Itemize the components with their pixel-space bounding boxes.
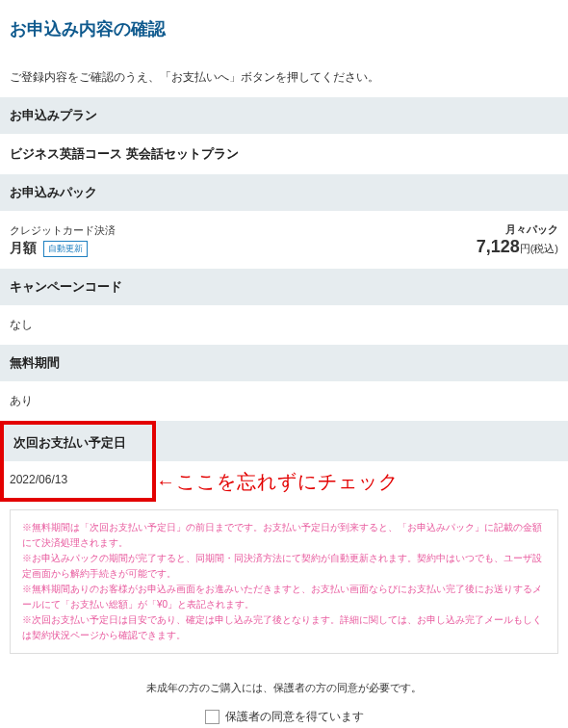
instruction-text: ご登録内容をご確認のうえ、「お支払いへ」ボタンを押してください。 <box>0 52 568 97</box>
next-payment-highlight: 次回お支払い予定日 2022/06/13 ←ここを忘れずにチェック <box>0 421 568 502</box>
guardian-consent-checkbox[interactable] <box>205 710 219 724</box>
guardian-consent-row: 保護者の同意を得ています <box>10 709 558 725</box>
note-line: ※次回お支払い予定日は目安であり、確定は申し込み完了後となります。詳細に関しては… <box>22 612 546 643</box>
guardian-consent-label: 保護者の同意を得ています <box>225 709 364 725</box>
auto-renew-badge: 自動更新 <box>43 241 88 257</box>
monthly-label: 月額 <box>10 240 37 257</box>
note-line: ※お申込みパックの期間が完了すると、同期間・同決済方法にて契約が自動更新されます… <box>22 551 546 582</box>
pack-right: 月々パック 7,128円(税込) <box>477 222 558 257</box>
consent-section: 未成年の方のご購入には、保護者の方の同意が必要です。 保護者の同意を得ています … <box>0 667 568 728</box>
price-amount: 7,128 <box>477 237 520 256</box>
note-line: ※無料期間ありのお客様がお申込み画面をお進みいただきますと、お支払い画面ならびに… <box>22 582 546 612</box>
next-payment-value: 2022/06/13 <box>0 461 156 502</box>
section-header-plan: お申込みプラン <box>0 97 568 134</box>
section-header-next-payment-ext <box>156 421 568 461</box>
payment-method: クレジットカード決済 <box>10 223 116 238</box>
plan-name: ビジネス英語コース 英会話セットプラン <box>10 146 239 161</box>
section-header-free-period: 無料期間 <box>0 345 568 381</box>
notes-box: ※無料期間は「次回お支払い予定日」の前日までです。お支払い予定日が到来すると、「… <box>10 509 558 654</box>
plan-value: ビジネス英語コース 英会話セットプラン <box>0 134 568 174</box>
page-title: お申込み内容の確認 <box>0 0 568 52</box>
pack-row: クレジットカード決済 月額 自動更新 月々パック 7,128円(税込) <box>0 211 568 269</box>
annotation-text: ←ここを忘れずにチェック <box>156 469 399 495</box>
price-suffix: 円(税込) <box>520 243 558 254</box>
pack-type: 月々パック <box>477 222 558 237</box>
section-header-campaign: キャンペーンコード <box>0 269 568 305</box>
free-period-value: あり <box>0 381 568 421</box>
pack-left: クレジットカード決済 月額 自動更新 <box>10 223 116 257</box>
section-header-next-payment: 次回お支払い予定日 <box>0 421 156 461</box>
minor-notice: 未成年の方のご購入には、保護者の方の同意が必要です。 <box>10 681 558 695</box>
campaign-value: なし <box>0 305 568 345</box>
note-line: ※無料期間は「次回お支払い予定日」の前日までです。お支払い予定日が到来すると、「… <box>22 520 546 551</box>
section-header-pack: お申込みパック <box>0 174 568 211</box>
